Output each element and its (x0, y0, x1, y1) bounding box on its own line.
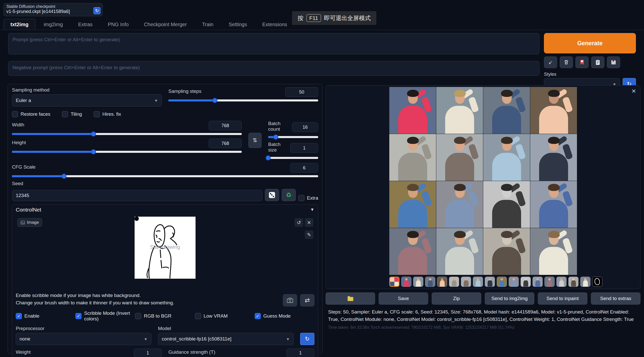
gallery-image-7[interactable] (483, 134, 530, 181)
batch-size-value[interactable]: 1 (290, 143, 318, 153)
brush-tool-button[interactable]: ✎ (305, 230, 313, 239)
cfg-scale-value[interactable]: 6 (290, 163, 318, 173)
gallery-image-11[interactable] (483, 181, 530, 228)
webcam-button[interactable] (283, 294, 297, 306)
save-button[interactable]: Save (379, 292, 428, 305)
batch-size-slider[interactable] (268, 156, 318, 160)
scribble-canvas[interactable]: Start drawing (135, 217, 196, 279)
height-value[interactable]: 768 (209, 139, 242, 148)
controlnet-rgb-to-bgr-checkbox[interactable]: RGB to BGR (135, 310, 195, 322)
weight-value[interactable]: 1 (134, 349, 162, 357)
send-to-inpaint-button[interactable]: Send to inpaint (538, 292, 587, 305)
gallery-image-16[interactable] (530, 228, 577, 275)
tiling-checkbox[interactable]: Tiling (62, 111, 82, 117)
thumbnail-image-9[interactable] (497, 277, 507, 287)
paste-params-button[interactable]: ↙ (544, 56, 557, 68)
tab-extensions[interactable]: Extensions (255, 19, 294, 30)
gallery-image-5[interactable] (389, 134, 436, 181)
thumbnail-grid-montage[interactable] (389, 277, 399, 287)
checkpoint-refresh-button[interactable]: ↻ (93, 7, 101, 14)
generate-button[interactable]: Generate (544, 33, 636, 53)
batch-count-value[interactable]: 16 (292, 122, 318, 132)
gallery-image-13[interactable] (389, 228, 436, 275)
seed-extra-checkbox[interactable]: Extra (298, 195, 318, 201)
tab-png-info[interactable]: PNG Info (101, 19, 135, 30)
tab-checkpoint-merger[interactable]: Checkpoint Merger (137, 19, 194, 30)
guidance-strength-value[interactable]: 1 (286, 349, 314, 357)
model-refresh-button[interactable]: ↻ (300, 333, 314, 345)
extra-networks-button[interactable] (575, 56, 589, 68)
thumbnail-scribble-input[interactable] (592, 277, 602, 287)
undo-button[interactable]: ↺ (295, 218, 303, 227)
gallery-image-9[interactable] (389, 181, 436, 228)
send-to-extras-button[interactable]: Send to extras (591, 292, 640, 305)
gallery-image-14[interactable] (436, 228, 483, 275)
send-to-img2img-button[interactable]: Send to img2img (485, 292, 534, 305)
controlnet-enable-checkbox[interactable]: ✓Enable (16, 310, 75, 322)
controlnet-low-vram-checkbox[interactable]: Low VRAM (195, 310, 255, 322)
sampling-method-dropdown[interactable]: Euler a ▼ (12, 94, 162, 107)
negative-prompt-input[interactable] (8, 61, 539, 76)
sampling-steps-value[interactable]: 50 (285, 87, 318, 97)
cfg-scale-slider[interactable] (12, 174, 318, 178)
width-slider[interactable] (12, 132, 242, 136)
thumbnail-image-14[interactable] (556, 277, 567, 287)
thumbnail-image-16[interactable] (580, 277, 590, 287)
open-folder-button[interactable] (326, 292, 375, 305)
gallery-image-2[interactable] (436, 87, 483, 134)
controlnet-scribble-mode-invert-colors-checkbox[interactable]: ✓Scribble Mode (Invert colors) (75, 310, 135, 322)
thumbnail-image-15[interactable] (568, 277, 578, 287)
height-slider[interactable] (12, 150, 242, 154)
preprocessor-dropdown[interactable]: none ▼ (16, 333, 151, 345)
gallery-image-1[interactable] (389, 87, 436, 134)
restore-faces-checkbox[interactable]: Restore faces (12, 111, 50, 117)
apply-style-button[interactable] (591, 56, 604, 68)
reuse-seed-button[interactable]: ♻ (282, 189, 296, 201)
save-style-button[interactable] (607, 56, 620, 68)
gallery-image-10[interactable] (436, 181, 483, 228)
controlnet-guess-mode-checkbox[interactable]: ✓Guess Mode (255, 310, 314, 322)
swap-width-height-button[interactable]: ⇅ (248, 133, 262, 148)
gallery-image-3[interactable] (483, 87, 530, 134)
width-value[interactable]: 768 (209, 121, 242, 130)
thumbnail-image-10[interactable] (509, 277, 519, 287)
tab-train[interactable]: Train (195, 19, 220, 30)
batch-count-slider[interactable] (268, 135, 318, 139)
thumbnail-image-3[interactable] (425, 277, 435, 287)
thumbnail-image-8[interactable] (485, 277, 495, 287)
gallery-image-6[interactable] (436, 134, 483, 181)
clear-image-button[interactable]: ✕ (305, 218, 313, 227)
thumbnail-image-2[interactable] (413, 277, 423, 287)
checkpoint-value[interactable]: v1-5-pruned.ckpt [e1441589a6] (6, 9, 70, 14)
thumbnail-image-4[interactable] (437, 277, 447, 287)
tab-extras[interactable]: Extras (71, 19, 100, 30)
thumbnail-image-5[interactable] (449, 277, 459, 287)
thumbnail-image-1[interactable] (401, 277, 411, 287)
tab-img2img[interactable]: img2img (37, 19, 70, 30)
prompt-input[interactable] (8, 33, 539, 54)
random-seed-button[interactable] (265, 189, 279, 201)
thumbnail-image-6[interactable] (461, 277, 471, 287)
gallery-image-12[interactable] (530, 181, 577, 228)
controlnet-accordion-header[interactable]: ControlNet ▼ (16, 204, 314, 215)
hires-fix-checkbox[interactable]: Hires. fix (94, 111, 121, 117)
model-dropdown[interactable]: control_scribble-fp16 [c508311e] ▼ (158, 333, 294, 345)
thumbnail-image-12[interactable] (533, 277, 543, 287)
gallery-image-15[interactable] (483, 228, 530, 275)
gallery-image-4[interactable] (530, 87, 577, 134)
thumbnail-image-13[interactable] (544, 277, 555, 287)
tab-settings[interactable]: Settings (222, 19, 254, 30)
sampling-steps-slider[interactable] (168, 98, 318, 102)
clear-prompt-button[interactable] (560, 56, 573, 68)
thumbnail-image-7[interactable] (473, 277, 483, 287)
mirror-webcam-button[interactable]: ⇄ (300, 294, 314, 306)
thumbnail-image-11[interactable] (521, 277, 531, 287)
figure-part (501, 90, 513, 97)
controlnet-image-tab[interactable]: Image (17, 218, 42, 227)
gallery-image-8[interactable] (530, 134, 577, 181)
seed-input[interactable] (12, 190, 262, 201)
tab-txt2img[interactable]: txt2img (4, 19, 35, 30)
checkpoint-selector[interactable]: Stable Diffusion checkpoint v1-5-pruned.… (4, 3, 103, 16)
gallery-close-button[interactable]: ✕ (632, 88, 636, 95)
zip-button[interactable]: Zip (432, 292, 481, 305)
